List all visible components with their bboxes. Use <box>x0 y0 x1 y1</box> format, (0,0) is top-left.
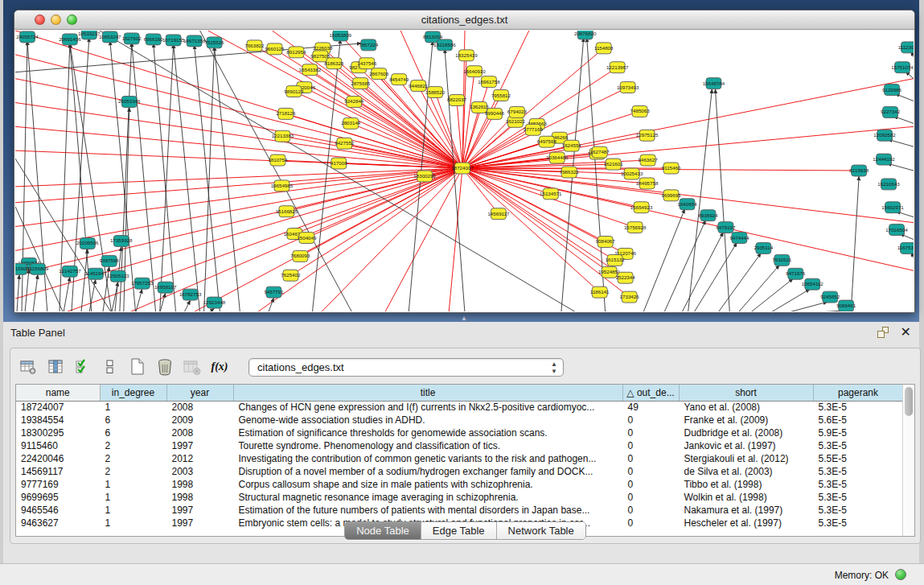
graph-node[interactable]: 9474444 <box>729 233 749 244</box>
maximize-window-button[interactable] <box>67 14 77 25</box>
table-row[interactable]: 1938455462009Genome-wide association stu… <box>16 414 903 426</box>
graph-edge[interactable] <box>737 265 779 311</box>
graph-edge[interactable] <box>806 311 844 311</box>
graph-node[interactable]: 19218586 <box>433 39 456 51</box>
graph-node[interactable]: 16543382 <box>299 64 322 76</box>
graph-edge[interactable] <box>215 47 240 311</box>
graph-node[interactable]: 17016504 <box>885 225 908 236</box>
graph-edge[interactable] <box>462 168 610 272</box>
graph-edge[interactable] <box>643 209 685 311</box>
graph-node[interactable]: 8215938 <box>849 165 869 176</box>
table-row[interactable]: 911546021997Tourette syndrome. Phenomeno… <box>16 439 903 452</box>
graph-node[interactable]: 6497568 <box>537 136 557 147</box>
graph-node[interactable]: 9660125 <box>265 43 285 55</box>
graph-node[interactable]: 9129986 <box>882 84 902 96</box>
graph-node[interactable]: 7986322 <box>560 167 580 178</box>
network-canvas[interactable]: 2405572420691406105332171065324715276026… <box>15 31 914 311</box>
graph-node[interactable]: 17957253 <box>131 278 154 289</box>
graph-edge[interactable] <box>851 176 859 311</box>
graph-node[interactable]: 12505123 <box>107 270 129 282</box>
graph-edge[interactable] <box>462 168 914 270</box>
graph-node[interactable]: 8454749 <box>389 74 409 85</box>
graph-node[interactable]: 9115460 <box>662 163 681 174</box>
select-all-icon[interactable] <box>73 357 92 377</box>
show-columns-icon[interactable] <box>46 357 65 377</box>
graph-edge[interactable] <box>112 282 118 311</box>
graph-node[interactable]: 10653247 <box>99 31 121 43</box>
graph-edge[interactable] <box>15 159 112 311</box>
graph-edge[interactable] <box>304 88 462 168</box>
graph-node[interactable]: 9242844 <box>344 97 364 108</box>
table-options-icon[interactable] <box>18 357 38 377</box>
graph-node[interactable]: 9463627 <box>639 154 659 166</box>
column-header-title[interactable]: title <box>233 385 622 401</box>
graph-edge[interactable] <box>208 31 462 168</box>
graph-node[interactable]: 6794023 <box>507 106 528 117</box>
function-builder-icon[interactable]: f(x) <box>210 357 229 377</box>
graph-node[interactable]: 2718126 <box>276 108 296 119</box>
graph-node[interactable]: 2803144 <box>341 117 361 129</box>
graph-edge[interactable] <box>25 269 29 311</box>
graph-edge[interactable] <box>200 31 353 311</box>
graph-node[interactable]: 11675311 <box>897 242 914 253</box>
split-pane-handle[interactable]: ▲ <box>458 315 470 322</box>
graph-node[interactable]: 7515526 <box>205 37 225 48</box>
network-window-titlebar[interactable]: citations_edges.txt <box>14 10 914 30</box>
column-header-short[interactable]: short <box>679 385 813 401</box>
graph-node[interactable]: 20364486 <box>546 152 569 163</box>
table-row[interactable]: 977716911998Corpus callosum shape and si… <box>16 478 903 491</box>
graph-node[interactable]: 14569117 <box>487 208 510 220</box>
graph-node[interactable]: 9699695 <box>662 190 682 201</box>
graph-edge[interactable] <box>462 168 600 292</box>
graph-node[interactable]: 12975125 <box>636 130 659 141</box>
graph-node[interactable]: 15134571 <box>540 188 562 200</box>
table-row[interactable]: 946554611997Estimation of the future num… <box>16 504 903 517</box>
graph-edge[interactable] <box>462 168 615 260</box>
graph-node[interactable]: 2935114 <box>754 242 774 253</box>
graph-edge[interactable] <box>154 43 176 311</box>
graph-edge[interactable] <box>184 300 191 311</box>
graph-node[interactable]: 14671358 <box>183 35 206 47</box>
table-select-dropdown[interactable]: citations_edges.txt ▲▼ <box>248 358 564 377</box>
graph-node[interactable]: 8822037 <box>447 95 467 106</box>
graph-edge[interactable] <box>786 302 827 311</box>
delete-table-icon[interactable] <box>155 357 175 377</box>
graph-node[interactable]: 7632621 <box>772 254 792 266</box>
graph-node[interactable]: 417008 <box>331 158 347 169</box>
tab-node-table[interactable]: Node Table <box>345 522 421 539</box>
graph-node[interactable]: 7955812 <box>491 90 511 101</box>
graph-edge[interactable] <box>100 31 577 311</box>
graph-node[interactable]: 1154808 <box>594 43 614 54</box>
graph-node[interactable]: 11451947 <box>84 268 107 279</box>
graph-node[interactable]: 6479197 <box>716 222 736 233</box>
graph-node[interactable]: 9227342 <box>881 106 901 117</box>
graph-node[interactable]: 1437546 <box>357 58 377 69</box>
graph-edge[interactable] <box>128 168 462 311</box>
close-panel-icon[interactable]: ✕ <box>901 324 911 340</box>
tab-network-table[interactable]: Network Table <box>497 522 585 539</box>
graph-node[interactable]: 1504049 <box>297 233 317 244</box>
graph-node[interactable]: 8912954 <box>286 47 306 58</box>
graph-edge[interactable] <box>664 220 706 311</box>
graph-node[interactable]: 1615132 <box>606 254 626 266</box>
graph-node[interactable]: 20876820 <box>574 31 597 39</box>
column-header-year[interactable]: year <box>166 385 233 401</box>
graph-node[interactable]: 16648784 <box>703 78 725 89</box>
graph-node[interactable]: 18495758 <box>636 178 659 189</box>
graph-node[interactable]: 15692971 <box>881 202 904 213</box>
column-header-in_degree[interactable]: in_degree <box>100 385 166 401</box>
graph-node[interactable]: 24055724 <box>16 31 39 43</box>
graph-node[interactable]: 9397588 <box>100 255 120 266</box>
table-row[interactable]: 1830029562008Estimation of significance … <box>16 426 903 439</box>
graph-edge[interactable] <box>192 168 462 311</box>
graph-node[interactable]: 1624554 <box>562 140 582 151</box>
graph-node[interactable]: 7680093 <box>290 250 310 262</box>
graph-node[interactable]: 1527602 <box>122 33 142 44</box>
graph-node[interactable]: 16958107 <box>154 282 177 293</box>
graph-node[interactable]: 8186328 <box>324 58 344 69</box>
graph-node[interactable]: 16961758 <box>478 76 500 88</box>
scrollbar-thumb[interactable] <box>905 387 913 416</box>
graph-node[interactable]: 12213967 <box>606 62 629 73</box>
graph-edge[interactable] <box>64 277 70 311</box>
graph-node[interactable]: 9427552 <box>335 138 355 149</box>
